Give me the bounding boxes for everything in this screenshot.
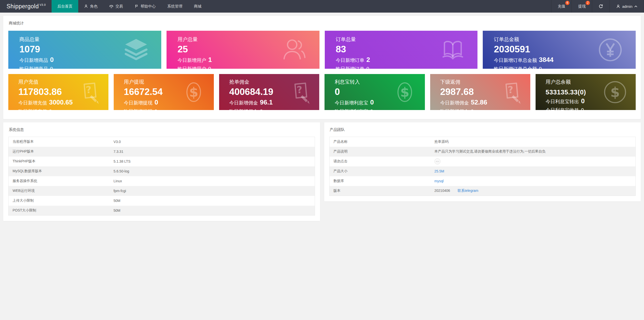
stat-card-subline-value: 0 [370, 99, 374, 105]
stat-card-subline-label: 今日新增提现 [124, 100, 152, 106]
system-info-row: MySQL数据库版本5.6.50-log [9, 166, 315, 176]
product-team-link[interactable]: mysql [434, 179, 444, 183]
product-team-row-label: 请勿点击 [329, 157, 430, 166]
system-info-row-value: 50M [109, 196, 315, 206]
stat-card-orders-total: 订单总量83今日新增订单2昨日新增订单0 [325, 31, 478, 69]
stat-card-subline: 昨日新增商品0 [19, 66, 161, 69]
product-team-link[interactable]: 联系telegram [458, 189, 478, 193]
product-team-link[interactable]: 25.5M [434, 169, 444, 173]
system-info-row: WEB运行环境fpm-fcgi [9, 186, 315, 196]
dollar-oval-icon: $ [181, 80, 206, 105]
stat-card-subline-value: 0 [154, 99, 158, 105]
stat-card-subline-label: 今日新增佣金 [440, 100, 469, 106]
system-info-row-value: 5.1.38 LTS [109, 157, 315, 166]
svg-text:$: $ [189, 85, 198, 100]
nav-item-system[interactable]: 系统管理 [162, 0, 188, 13]
product-team-text: 本产品只为学习测试交流,请勿要做商业或者用于违法行为,一切后果自负 [434, 149, 546, 153]
svg-text:$: $ [610, 84, 620, 100]
system-info-row: 服务器操作系统Linux [9, 176, 315, 186]
survey-icon: ? [499, 80, 523, 104]
user-menu[interactable]: admin [610, 0, 644, 13]
product-team-row: 数据库mysql [329, 176, 636, 186]
nav-item-label: 交易 [115, 4, 123, 9]
stat-card-subline-label: 今日新增订单 [336, 57, 365, 64]
stat-card-subline: 昨日新增佣金0 [229, 108, 319, 110]
nav-item-label: 帮助中心 [141, 4, 156, 9]
stat-card-subline-label: 今日新增利息宝 [335, 100, 368, 106]
product-team-text: 抢单源码 [434, 139, 449, 144]
stat-card-subline-label: 今日新增商品 [19, 57, 48, 64]
stat-card-subline-value: 2 [367, 56, 370, 63]
product-team-row-value: 本产品只为学习测试交流,请勿要做商业或者用于违法行为,一切后果自负 [430, 147, 636, 157]
nav-item-label: 商城 [194, 4, 202, 9]
user-menu-name: admin [622, 4, 632, 9]
stat-card-subline: 昨日新增充值0 [18, 108, 108, 110]
product-team-row-label: 产品大小 [329, 166, 430, 176]
system-info-row: ThinkPHP版本5.1.38 LTS [9, 157, 315, 166]
stat-card-sub-rebate: 下级返佣2987.68今日新增佣金52.86昨日新增佣金0? [430, 74, 530, 110]
refresh-button[interactable] [592, 0, 610, 13]
stat-card-subline-value: 52.86 [471, 99, 487, 105]
stat-card-subline-value: 1 [208, 56, 212, 63]
stat-card-subline-value: 0 [370, 109, 373, 110]
system-info-row-label: WEB运行环境 [9, 186, 110, 196]
product-team-row-value: 抢单源码 [430, 137, 636, 147]
dollar-oval-icon: $ [392, 80, 417, 105]
system-info-row: 运行PHP版本7.3.31 [9, 147, 315, 157]
stat-card-subline-label: 今日新增充值 [18, 100, 47, 106]
app-logo-version: V3.0 [39, 3, 46, 6]
product-team-row-label: 数据库 [329, 176, 430, 186]
stat-card-subline-label: 昨日新增商品 [19, 66, 48, 69]
stat-card-subline-value: 0 [50, 66, 53, 69]
system-info-row-value: 5.6.50-log [109, 166, 315, 176]
withdraw-badge: 2 [586, 1, 590, 5]
nav-item-home[interactable]: 后台首页 [52, 0, 78, 13]
survey-icon: ? [288, 80, 312, 104]
system-info-row: POST大小限制50M [9, 206, 315, 216]
recharge-badge: 6 [565, 1, 570, 5]
product-team-row: 产品名称抢单源码 [329, 137, 636, 147]
stats-panel: 商城统计 商品总量1079今日新增商品0昨日新增商品0用户总量25今日新增用户1… [3, 16, 641, 119]
top-navbar: Shippergold V3.0 后台首页角色交易帮助中心系统管理商城 充值 6… [0, 0, 644, 13]
system-info-row-label: ThinkPHP版本 [9, 157, 110, 166]
stat-card-subline-label: 今日新增用户 [178, 57, 206, 64]
svg-text:?: ? [296, 84, 303, 96]
stats-cards-row2: 用户充值117803.86今日新增充值3000.65昨日新增充值0?用户提现16… [8, 74, 636, 110]
yen-icon [596, 36, 624, 64]
nav-item-roles[interactable]: 角色 [78, 0, 103, 13]
product-team-row: 请勿点击404 [329, 157, 636, 166]
stat-card-orders-amount: 订单总金额2030591今日新增订单总金额3844昨日新增订单总金额0 [483, 31, 636, 69]
product-team-row-value: 20210406联系telegram [430, 186, 636, 196]
system-info-row-label: 服务器操作系统 [9, 176, 110, 186]
nav-item-label: 系统管理 [167, 4, 182, 9]
main-nav: 后台首页角色交易帮助中心系统管理商城 [52, 0, 207, 13]
app-logo-text: Shippergold [7, 3, 39, 10]
stat-card-subline: 昨日新增利息宝0 [335, 108, 425, 110]
nav-item-trade[interactable]: 交易 [103, 0, 129, 13]
recharge-label: 充值 [558, 4, 565, 9]
do-not-click-404-icon[interactable]: 404 [434, 158, 440, 164]
system-info-title: 系统信息 [8, 127, 315, 132]
product-team-title: 产品团队 [329, 127, 636, 132]
stat-card-subline-label: 昨日新增佣金 [229, 108, 258, 110]
app-logo[interactable]: Shippergold V3.0 [0, 0, 52, 13]
stat-card-subline-value: 0 [50, 56, 54, 63]
stat-card-subline-value: 0 [581, 108, 584, 110]
product-team-text: 20210406 [434, 189, 450, 193]
withdraw-nav-item[interactable]: 提现 2 [572, 0, 592, 13]
recharge-nav-item[interactable]: 充值 6 [551, 0, 572, 13]
product-team-row: 产品大小25.5M [329, 166, 636, 176]
refresh-icon [598, 4, 603, 9]
stat-card-subline-label: 今日利息宝转出 [546, 98, 579, 105]
stat-card-subline-label: 昨日新增用户 [178, 66, 206, 69]
system-info-row-label: 当前程序版本 [9, 137, 110, 147]
nav-item-mall[interactable]: 商城 [188, 0, 207, 13]
stat-card-subline: 昨日新增用户0 [178, 66, 319, 69]
stat-card-subline-value: 0 [260, 109, 263, 110]
nav-item-help[interactable]: 帮助中心 [129, 0, 162, 13]
stat-card-subline: 昨日新增提现0 [124, 108, 214, 110]
stat-card-subline-label: 昨日新增订单总金额 [494, 66, 537, 69]
system-info-row-value: 50M [109, 206, 315, 216]
navbar-right: 充值 6 提现 2 admin [551, 0, 644, 13]
scales-icon [109, 4, 113, 9]
